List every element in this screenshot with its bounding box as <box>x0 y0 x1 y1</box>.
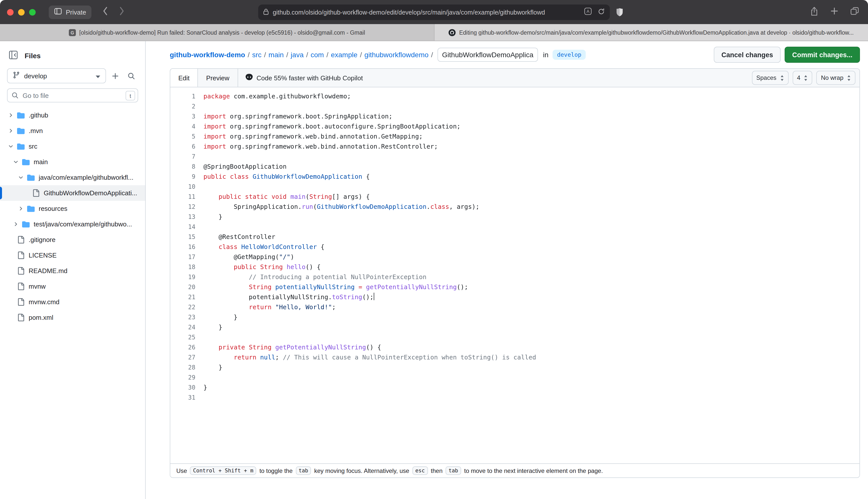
code-token[interactable]: SpringApplication. <box>203 203 302 210</box>
code-token[interactable] <box>245 343 249 351</box>
copilot-banner[interactable]: Code 55% faster with GitHub Copilot <box>245 69 363 87</box>
search-files-button[interactable] <box>124 69 138 83</box>
code-token[interactable]: potentiallyNullString <box>275 283 354 291</box>
tree-item[interactable]: README.md <box>0 263 145 279</box>
cancel-changes-button[interactable]: Cancel changes <box>714 47 781 63</box>
url-text[interactable]: github.com/olsido/github-workflow-demo/e… <box>273 9 580 16</box>
line-number[interactable]: 26 <box>170 342 203 352</box>
code-token[interactable]: com.example.githubworkflowdemo; <box>230 93 351 100</box>
code-token[interactable] <box>249 173 253 180</box>
code-token[interactable]: import <box>203 143 226 150</box>
code-token[interactable]: } <box>203 364 222 371</box>
code-token[interactable]: public <box>218 193 241 200</box>
line-content[interactable]: public String hello() { <box>203 262 321 272</box>
line-number[interactable]: 27 <box>170 352 203 363</box>
code-token[interactable]: // This will cause a NullPointerExceptio… <box>283 353 536 361</box>
translate-icon[interactable]: A <box>584 8 592 17</box>
chevron-right-icon[interactable] <box>8 112 17 118</box>
line-content[interactable]: class HelloWorldController { <box>203 242 325 252</box>
code-token[interactable]: , args); <box>449 203 479 210</box>
line-number[interactable]: 5 <box>170 132 203 142</box>
tree-item[interactable]: main <box>0 154 145 170</box>
code-token[interactable]: [] args) { <box>332 193 370 200</box>
tree-item[interactable]: test/java/com/example/githubwo... <box>0 216 145 232</box>
code-area[interactable]: 1package com.example.githubworkflowdemo;… <box>170 87 859 463</box>
tree-item[interactable]: mvnw.cmd <box>0 294 145 310</box>
code-token[interactable] <box>203 283 249 291</box>
code-token[interactable]: "Hello, World!" <box>275 303 332 311</box>
code-token[interactable] <box>268 193 272 200</box>
tree-item[interactable]: resources <box>0 201 145 216</box>
code-token[interactable]: "/" <box>279 253 290 260</box>
line-number[interactable]: 30 <box>170 382 203 392</box>
line-number[interactable]: 21 <box>170 292 203 302</box>
line-number[interactable]: 15 <box>170 232 203 242</box>
tree-item[interactable]: src <box>0 138 145 154</box>
code-token[interactable]: class <box>230 173 249 180</box>
code-token[interactable]: toString <box>332 293 362 301</box>
breadcrumb-segment[interactable]: src <box>252 51 262 59</box>
chevron-down-icon[interactable] <box>8 144 17 149</box>
code-token[interactable] <box>256 353 260 361</box>
code-token[interactable]: String <box>249 283 272 291</box>
line-content[interactable]: public class GithubWorkflowDemoApplicati… <box>203 172 370 182</box>
tree-item[interactable]: .github <box>0 107 145 123</box>
line-content[interactable]: String potentiallyNullString = getPotent… <box>203 282 468 292</box>
wrap-mode-select[interactable]: No wrap <box>817 71 855 85</box>
code-token[interactable] <box>238 243 241 251</box>
line-content[interactable]: @SpringBootApplication <box>203 162 287 172</box>
line-content[interactable]: } <box>203 322 222 332</box>
zoom-window-button[interactable] <box>29 9 36 15</box>
tree-item[interactable]: LICENSE <box>0 247 145 263</box>
chevron-down-icon[interactable] <box>13 159 22 165</box>
new-tab-icon[interactable] <box>830 7 839 17</box>
code-token[interactable] <box>226 173 230 180</box>
code-token[interactable]: . <box>426 203 430 210</box>
line-content[interactable]: package com.example.githubworkflowdemo; <box>203 92 351 101</box>
code-token[interactable]: import <box>203 122 226 130</box>
code-token[interactable]: class <box>430 203 449 210</box>
code-token[interactable]: GithubWorkflowDemoApplication <box>317 203 427 210</box>
line-content[interactable]: @GetMapping("/") <box>203 252 294 262</box>
line-content[interactable]: return "Hello, World!"; <box>203 302 336 312</box>
breadcrumb-segment[interactable]: githubworkflowdemo <box>364 51 429 59</box>
breadcrumb-segment[interactable]: java <box>291 51 304 59</box>
code-token[interactable]: org.springframework.boot.SpringApplicati… <box>226 112 392 120</box>
line-content[interactable]: import org.springframework.web.bind.anno… <box>203 142 438 151</box>
code-token[interactable]: potentiallyNullString. <box>203 293 332 301</box>
code-token[interactable]: static <box>245 193 268 200</box>
line-number[interactable]: 22 <box>170 302 203 312</box>
code-token[interactable] <box>272 303 275 311</box>
line-number[interactable]: 4 <box>170 121 203 132</box>
tree-item[interactable]: .gitignore <box>0 232 145 247</box>
line-content[interactable]: } <box>203 363 222 373</box>
line-number[interactable]: 23 <box>170 312 203 322</box>
code-token[interactable]: () { <box>305 263 321 271</box>
line-number[interactable]: 20 <box>170 282 203 292</box>
line-number[interactable]: 1 <box>170 92 203 101</box>
tree-item[interactable]: .mvn <box>0 123 145 138</box>
code-token[interactable]: class <box>218 243 237 251</box>
line-number[interactable]: 12 <box>170 202 203 212</box>
line-number[interactable]: 13 <box>170 212 203 222</box>
line-number[interactable]: 6 <box>170 142 203 151</box>
browser-tab-github[interactable]: Editing github-workflow-demo/src/main/ja… <box>434 24 868 41</box>
code-token[interactable]: String <box>260 263 283 271</box>
code-token[interactable] <box>203 353 233 361</box>
line-number[interactable]: 7 <box>170 151 203 162</box>
code-token[interactable] <box>203 343 218 351</box>
code-token[interactable]: HelloWorldController <box>241 243 317 251</box>
code-token[interactable]: private <box>218 343 245 351</box>
code-token[interactable]: return <box>233 353 256 361</box>
code-token[interactable]: ; <box>275 353 283 361</box>
line-content[interactable]: return null; // This will cause a NullPo… <box>203 352 536 363</box>
code-token[interactable]: null <box>260 353 275 361</box>
code-token[interactable]: String <box>249 343 272 351</box>
share-icon[interactable] <box>810 6 818 18</box>
code-token[interactable] <box>272 283 275 291</box>
back-button[interactable] <box>103 7 108 17</box>
line-number[interactable]: 29 <box>170 373 203 382</box>
filename-input[interactable] <box>437 48 538 62</box>
code-token[interactable]: public <box>203 173 226 180</box>
line-number[interactable]: 17 <box>170 252 203 262</box>
